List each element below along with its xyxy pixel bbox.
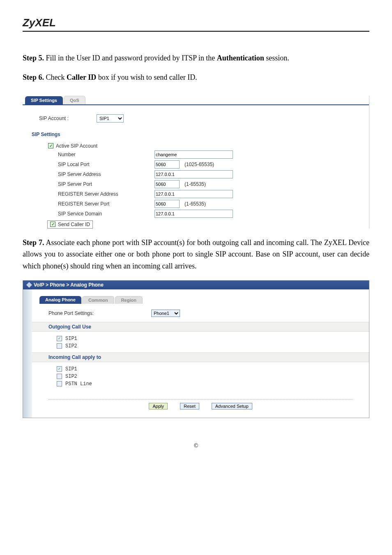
sip-server-address-input[interactable] (154, 170, 233, 178)
left-gradient-strip (23, 289, 32, 418)
phone-port-settings-label: Phone Port Settings: (48, 310, 151, 316)
outgoing-sip2-checkbox[interactable] (57, 343, 62, 349)
register-server-port-input[interactable] (154, 200, 180, 208)
footer-copyright: © (23, 443, 369, 449)
send-caller-id-label: Send Caller ID (58, 222, 90, 227)
step-6-body-a: Check (44, 73, 67, 81)
incoming-sip2-label: SIP2 (65, 374, 77, 379)
register-server-port-label: REGISTER Server Port (48, 201, 154, 207)
outgoing-call-use-header: Outgoing Call Use (32, 322, 369, 332)
sip-settings-section-title: SIP Settings (32, 132, 369, 137)
tab-common[interactable]: Common (82, 296, 114, 304)
breadcrumb-icon (26, 282, 32, 288)
step-5-bold: Authentication (217, 54, 264, 62)
breadcrumb: VoIP > Phone > Analog Phone (23, 280, 369, 289)
step-6-text: Step 6. Check Caller ID box if you wish … (23, 72, 369, 83)
register-server-port-hint: (1-65535) (184, 201, 206, 207)
reset-button[interactable]: Reset (180, 403, 199, 409)
sip-account-label: SIP Account : (39, 116, 97, 121)
sip-panel: SIP Account : SIP1 SIP Settings ✓ Active… (23, 104, 369, 229)
incoming-sip1-label: SIP1 (65, 366, 77, 372)
sip-local-port-label: SIP Local Port (48, 162, 154, 167)
header-rule (23, 31, 369, 32)
sip-server-address-label: SIP Server Address (48, 171, 154, 177)
sip-server-port-hint: (1-65535) (184, 181, 206, 187)
number-input[interactable] (154, 150, 233, 159)
sip-local-port-input[interactable] (154, 160, 180, 169)
apply-button[interactable]: Apply (149, 403, 168, 409)
sip-server-port-input[interactable] (154, 180, 180, 188)
tab-region[interactable]: Region (115, 296, 143, 304)
step-5-text: Step 5. Fill in the User ID and password… (23, 52, 369, 64)
sip-local-port-hint: (1025-65535) (184, 162, 214, 167)
sip-settings-screenshot: SIP Settings QoS SIP Account : SIP1 SIP … (23, 96, 369, 229)
sip-service-domain-label: SIP Service Domain (48, 211, 154, 217)
tab-analog-phone[interactable]: Analog Phone (39, 296, 81, 304)
step-7-body: Associate each phone port with SIP accou… (23, 238, 369, 271)
active-sip-label: Active SIP Account (56, 143, 97, 149)
active-sip-checkbox[interactable]: ✓ (48, 143, 53, 148)
button-row: Apply Reset Advanced Setup (48, 399, 353, 409)
outgoing-sip2-label: SIP2 (65, 343, 77, 349)
step-7-text: Step 7. Associate each phone port with S… (23, 237, 369, 272)
register-server-address-label: REGISTER Server Address (48, 191, 154, 197)
incoming-pstn-label: PSTN Line (65, 381, 92, 387)
step-5-body-a: Fill in the User ID and password provide… (44, 54, 217, 62)
tab-strip: SIP Settings QoS (23, 96, 369, 104)
send-caller-id-group: ✓ Send Caller ID (47, 220, 93, 229)
breadcrumb-text: VoIP > Phone > Analog Phone (34, 282, 104, 288)
number-label: Number (48, 152, 154, 157)
tab-sip-settings[interactable]: SIP Settings (25, 96, 63, 104)
outgoing-sip1-checkbox[interactable]: ✓ (57, 336, 62, 341)
tab-qos[interactable]: QoS (64, 96, 85, 104)
sip-server-port-label: SIP Server Port (48, 181, 154, 187)
phone-port-select[interactable]: Phone1 (151, 310, 180, 317)
step-7-prefix: Step 7. (23, 238, 44, 247)
step-5-prefix: Step 5. (23, 54, 44, 62)
step-6-prefix: Step 6. (23, 73, 44, 81)
tab-strip-phone: Analog Phone Common Region (39, 296, 369, 304)
step-5-body-b: session. (264, 54, 289, 62)
send-caller-id-checkbox[interactable]: ✓ (50, 222, 55, 227)
sip-service-domain-input[interactable] (154, 210, 233, 218)
outgoing-sip1-label: SIP1 (65, 336, 77, 342)
incoming-call-apply-header: Incoming Call apply to (32, 352, 369, 362)
advanced-setup-button[interactable]: Advanced Setup (212, 403, 252, 409)
incoming-pstn-checkbox[interactable] (57, 381, 62, 386)
incoming-sip2-checkbox[interactable] (57, 374, 62, 379)
step-6-bold: Caller ID (67, 73, 96, 81)
step-6-body-b: box if you wish to send caller ID. (96, 73, 197, 81)
brand-logo: ZyXEL (23, 16, 369, 29)
incoming-sip1-checkbox[interactable]: ✓ (57, 366, 62, 372)
register-server-address-input[interactable] (154, 190, 233, 198)
sip-account-select[interactable]: SIP1 (97, 114, 124, 123)
analog-phone-screenshot: VoIP > Phone > Analog Phone Analog Phone… (23, 280, 369, 418)
